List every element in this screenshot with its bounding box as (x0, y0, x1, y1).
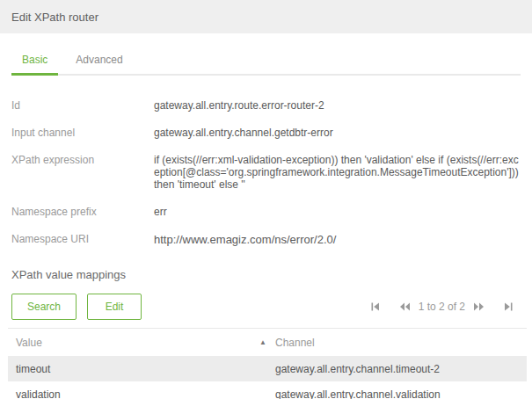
table-row-validation[interactable]: validation gateway.all.entry.channel.val… (8, 381, 527, 399)
mappings-toolbar: Search Edit 1 to 2 of 2 (11, 294, 521, 320)
row-value-cell: validation (8, 388, 275, 399)
sort-ascending-icon[interactable]: ▲ (259, 339, 266, 346)
section-title-xpath-value-mappings: XPath value mappings (11, 268, 521, 282)
field-row-input-channel: Input channel gateway.all.entry.channel.… (11, 127, 521, 139)
field-label-id: Id (11, 99, 154, 112)
field-value-id: gateway.all.entry.route.error-router-2 (154, 99, 521, 112)
mappings-button-group: Search Edit (11, 294, 142, 320)
field-label-namespace-prefix: Namespace prefix (11, 206, 154, 218)
field-value-namespace-prefix: err (154, 206, 521, 218)
pagination: 1 to 2 of 2 (370, 301, 514, 313)
edit-button[interactable]: Edit (87, 294, 142, 320)
field-row-id: Id gateway.all.entry.route.error-router-… (11, 99, 521, 112)
tab-advanced[interactable]: Advanced (62, 48, 133, 76)
row-channel-cell: gateway.all.entry.channel.timeout-2 (275, 363, 527, 375)
first-page-icon[interactable] (370, 301, 382, 313)
field-row-namespace-prefix: Namespace prefix err (11, 206, 521, 218)
row-value-text: timeout (16, 363, 50, 375)
field-label-xpath-expression: XPath expression (11, 154, 154, 191)
field-value-namespace-uri: http://www.emagiz.com/ns/error/2.0/ (154, 233, 521, 247)
search-button[interactable]: Search (11, 294, 77, 320)
router-form: Id gateway.all.entry.route.error-router-… (11, 99, 521, 247)
tab-bar: Basic Advanced (11, 48, 521, 76)
dialog-header: Edit XPath router (0, 0, 532, 33)
field-value-input-channel: gateway.all.entry.channel.getdbtr-error (154, 127, 521, 139)
field-label-input-channel: Input channel (11, 127, 154, 139)
table-row-timeout[interactable]: timeout gateway.all.entry.channel.timeou… (8, 356, 527, 381)
row-value-text: validation (16, 388, 61, 399)
dialog-title: Edit XPath router (11, 11, 98, 24)
previous-page-icon[interactable] (399, 301, 411, 313)
field-label-namespace-uri: Namespace URI (11, 233, 154, 247)
table-header-row: Value ▲ Channel (8, 329, 527, 356)
column-header-channel[interactable]: Channel (275, 337, 527, 349)
column-header-value-label: Value (16, 337, 42, 349)
last-page-icon[interactable] (502, 301, 514, 313)
column-header-value[interactable]: Value ▲ (8, 337, 275, 349)
field-row-xpath-expression: XPath expression if (exists(//err:xml-va… (11, 154, 521, 191)
mappings-table: Value ▲ Channel timeout gateway.all.entr… (8, 328, 527, 399)
field-value-xpath-expression: if (exists(//err:xml-validation-exceptio… (154, 154, 521, 191)
tab-basic[interactable]: Basic (11, 48, 58, 76)
field-row-namespace-uri: Namespace URI http://www.emagiz.com/ns/e… (11, 233, 521, 247)
row-value-cell: timeout (8, 363, 275, 375)
pagination-range-text: 1 to 2 of 2 (411, 301, 473, 313)
next-page-icon[interactable] (473, 301, 485, 313)
row-channel-cell: gateway.all.entry.channel.validation (275, 388, 527, 399)
